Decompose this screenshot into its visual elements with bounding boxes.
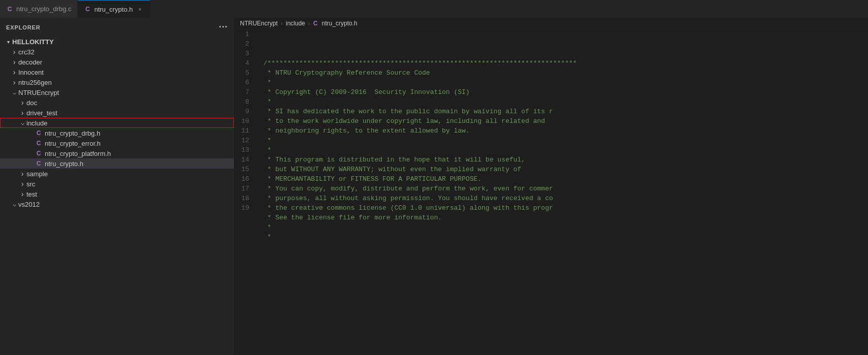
line-numbers: 12345678910111213141516171819 [234,29,259,355]
code-line-15: * purposes, all without asking permissio… [263,193,868,203]
line-number-17: 17 [234,184,253,193]
tab-tab2[interactable]: Cntru_crypto.h× [78,0,151,18]
tree-item-label: ntru_crypto.h [45,160,234,168]
sidebar-item-ntru_crypto_drbg_h[interactable]: Cntru_crypto_drbg.h [0,128,234,138]
sidebar-item-doc[interactable]: ›doc [0,98,234,108]
chevron-right-icon: › [18,170,26,178]
line-number-2: 2 [234,39,253,49]
sidebar-root-label: HELLOKITTY [12,38,234,46]
sidebar-item-crc32[interactable]: ›crc32 [0,47,234,57]
sidebar-item-vs2012[interactable]: ⌵vs2012 [0,199,234,209]
main-content: EXPLORER ··· ▾HELLOKITTY›crc32›decoder›I… [0,18,868,355]
breadcrumb-c-icon: C [313,20,318,27]
line-number-14: 14 [234,155,253,165]
breadcrumb-part-0[interactable]: NTRUEncrypt [240,20,278,27]
editor: NTRUEncrypt›include›Cntru_crypto.h 12345… [234,18,868,355]
line-number-18: 18 [234,193,253,203]
line-number-5: 5 [234,68,253,78]
sidebar-item-innocent[interactable]: ›Innocent [0,67,234,77]
sidebar-item-root[interactable]: ▾HELLOKITTY [0,37,234,47]
tree-item-label: src [26,180,234,188]
code-content[interactable]: /***************************************… [259,29,868,355]
code-line-6: * SI has dedicated the work to the publi… [263,107,868,116]
sidebar-item-ntruencrypt[interactable]: ⌵NTRUEncrypt [0,87,234,98]
line-number-1: 1 [234,29,253,39]
chevron-right-icon: › [18,109,26,117]
line-number-12: 12 [234,136,253,145]
code-line-17: * See the license file for more informat… [263,213,868,222]
tab-label: ntru_crypto.h [94,6,133,13]
tree-item-label: ntru_crypto_drbg.h [45,130,234,137]
line-number-16: 16 [234,174,253,184]
tree-item-label: test [26,190,234,198]
chevron-right-icon: › [18,190,26,198]
chevron-right-icon: › [10,48,18,56]
tab-c-icon: C [6,6,13,13]
sidebar-item-ntru_crypto_platform_h[interactable]: Cntru_crypto_platform.h [0,148,234,158]
sidebar-item-decoder[interactable]: ›decoder [0,57,234,67]
chevron-right-icon: › [10,78,18,86]
tree-item-label: ntru_crypto_platform.h [45,150,234,157]
code-line-12: * but WITHOUT ANY WARRANTY; without even… [263,165,868,174]
chevron-right-icon: › [18,99,26,107]
c-file-icon: C [35,129,43,137]
tree-item-label: ntru_crypto_error.h [45,140,234,147]
code-line-16: * the creative commons license (CC0 1.0 … [263,203,868,213]
tree-item-label: include [26,119,234,127]
chevron-down-icon: ▾ [4,38,12,46]
c-file-icon: C [35,149,43,157]
code-line-1: /***************************************… [263,58,868,68]
sidebar-tree: ▾HELLOKITTY›crc32›decoder›Innocent›ntru2… [0,37,234,355]
sidebar-item-include[interactable]: ⌵include [0,118,234,128]
code-line-13: * MERCHANTABILITY or FITNESS FOR A PARTI… [263,174,868,184]
line-number-4: 4 [234,58,253,68]
tab-c-icon: C [84,6,91,13]
c-file-icon: C [35,159,43,168]
sidebar: EXPLORER ··· ▾HELLOKITTY›crc32›decoder›I… [0,18,234,355]
tree-item-label: vs2012 [18,201,234,208]
sidebar-item-ntru256gen[interactable]: ›ntru256gen [0,77,234,87]
sidebar-item-src[interactable]: ›src [0,179,234,189]
breadcrumb-separator: › [308,20,310,27]
line-number-3: 3 [234,49,253,58]
chevron-down-icon: ⌵ [10,88,18,96]
tree-item-label: driver_test [26,109,234,117]
sidebar-item-driver_test[interactable]: ›driver_test [0,108,234,118]
code-line-19: * [263,232,868,242]
sidebar-item-ntru_crypto_h[interactable]: Cntru_crypto.h [0,158,234,169]
line-number-15: 15 [234,165,253,174]
line-number-9: 9 [234,107,253,116]
code-line-7: * to the work worldwide under copyright … [263,116,868,126]
code-editor: 12345678910111213141516171819 /*********… [234,29,868,355]
line-number-11: 11 [234,126,253,136]
sidebar-item-ntru_crypto_error_h[interactable]: Cntru_crypto_error.h [0,138,234,148]
code-line-10: * [263,145,868,155]
sidebar-item-sample[interactable]: ›sample [0,169,234,179]
chevron-right-icon: › [18,180,26,188]
breadcrumb-part-1[interactable]: include [286,20,305,27]
code-line-18: * [263,222,868,232]
code-line-11: * This program is distributed in the hop… [263,155,868,165]
code-line-3: * [263,78,868,87]
c-file-icon: C [35,139,43,147]
chevron-down-icon: ⌵ [10,200,18,208]
line-number-6: 6 [234,78,253,87]
code-line-8: * neighboring rights, to the extent allo… [263,126,868,136]
tree-item-label: sample [26,170,234,178]
tab-tab1[interactable]: Cntru_crypto_drbg.c [0,0,78,18]
code-line-9: * [263,136,868,145]
tree-item-label: ntru256gen [18,79,234,86]
tab-bar: Cntru_crypto_drbg.cCntru_crypto.h× [0,0,868,18]
code-line-5: * [263,97,868,107]
breadcrumb: NTRUEncrypt›include›Cntru_crypto.h [234,18,868,29]
chevron-down-icon: ⌵ [18,119,26,127]
line-number-8: 8 [234,97,253,107]
tab-close-icon[interactable]: × [136,5,144,13]
tree-item-label: decoder [18,58,234,66]
sidebar-header: EXPLORER ··· [0,18,234,37]
tree-item-label: doc [26,99,234,107]
breadcrumb-separator: › [281,20,283,27]
sidebar-more-icon[interactable]: ··· [219,22,228,33]
line-number-10: 10 [234,116,253,126]
sidebar-item-test[interactable]: ›test [0,189,234,199]
